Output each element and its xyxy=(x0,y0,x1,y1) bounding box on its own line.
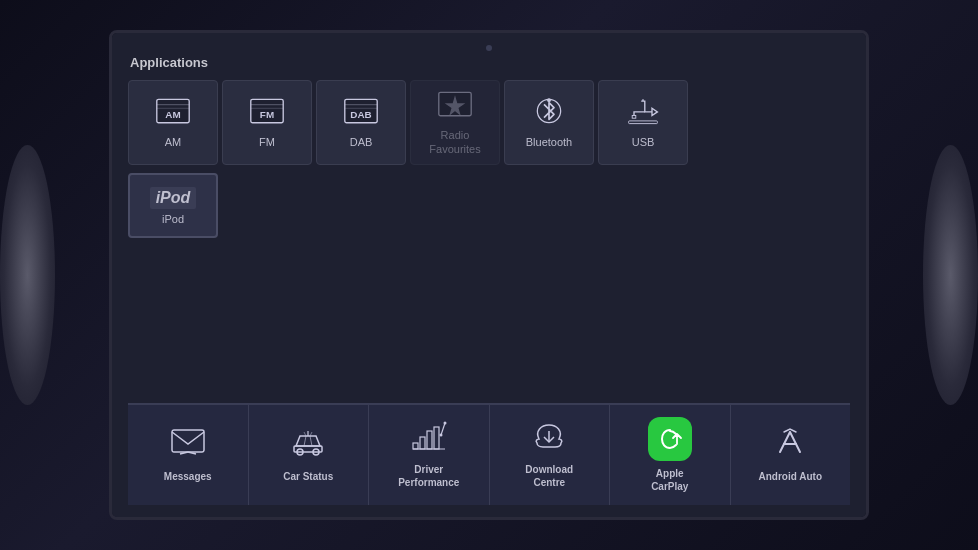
top-dot xyxy=(486,45,492,51)
download-centre-icon xyxy=(531,421,567,457)
bottom-tile-messages[interactable]: Messages xyxy=(128,405,249,505)
ipod-icon: iPod xyxy=(150,187,197,209)
app-tile-am[interactable]: AM AM xyxy=(128,80,218,165)
top-grid: AM AM FM FM xyxy=(128,80,850,165)
messages-icon xyxy=(170,428,206,464)
car-status-label: Car Status xyxy=(283,470,333,483)
messages-label: Messages xyxy=(164,470,212,483)
fm-label: FM xyxy=(259,136,275,149)
bottom-bar: Messages xyxy=(128,403,850,505)
apple-carplay-icon xyxy=(648,417,692,461)
app-tile-usb[interactable]: USB xyxy=(598,80,688,165)
app-tile-dab[interactable]: DAB DAB xyxy=(316,80,406,165)
svg-rect-16 xyxy=(632,115,636,118)
am-label: AM xyxy=(165,136,182,149)
fm-icon: FM xyxy=(249,96,285,130)
android-auto-label: Android Auto xyxy=(758,470,822,483)
apple-carplay-label: AppleCarPlay xyxy=(651,467,688,493)
screen-inner: Applications AM AM xyxy=(112,33,866,517)
radio-favourites-label: RadioFavourites xyxy=(429,129,480,155)
svg-text:DAB: DAB xyxy=(350,109,371,120)
svg-text:AM: AM xyxy=(165,109,180,120)
android-auto-icon xyxy=(772,428,808,464)
app-tile-fm[interactable]: FM FM xyxy=(222,80,312,165)
bottom-tile-download-centre[interactable]: DownloadCentre xyxy=(490,405,611,505)
svg-text:FM: FM xyxy=(260,109,274,120)
svg-rect-28 xyxy=(427,431,432,449)
svg-point-32 xyxy=(439,434,442,437)
svg-rect-18 xyxy=(629,121,658,124)
driver-performance-label: DriverPerformance xyxy=(398,463,459,489)
download-centre-label: DownloadCentre xyxy=(525,463,573,489)
am-icon: AM xyxy=(155,96,191,130)
outer-frame: Applications AM AM xyxy=(0,0,978,550)
dab-label: DAB xyxy=(350,136,373,149)
svg-rect-26 xyxy=(413,443,418,449)
app-tile-bluetooth[interactable]: Bluetooth xyxy=(504,80,594,165)
svg-point-15 xyxy=(548,99,551,102)
bluetooth-label: Bluetooth xyxy=(526,136,572,149)
section-title: Applications xyxy=(128,55,850,70)
bottom-tile-android-auto[interactable]: Android Auto xyxy=(731,405,851,505)
app-tile-ipod[interactable]: iPod iPod xyxy=(128,173,218,238)
radio-favourites-icon xyxy=(437,89,473,123)
ipod-row: iPod iPod xyxy=(128,173,850,238)
bluetooth-icon xyxy=(531,96,567,130)
usb-label: USB xyxy=(632,136,655,149)
app-tile-radio-favourites[interactable]: RadioFavourites xyxy=(410,80,500,165)
svg-rect-19 xyxy=(172,430,204,452)
svg-line-30 xyxy=(441,423,445,435)
svg-rect-27 xyxy=(420,437,425,449)
dab-icon: DAB xyxy=(343,96,379,130)
bottom-tile-driver-performance[interactable]: DriverPerformance xyxy=(369,405,490,505)
car-status-icon xyxy=(290,428,326,464)
svg-point-31 xyxy=(443,422,446,425)
svg-rect-29 xyxy=(434,427,439,449)
driver-performance-icon xyxy=(411,421,447,457)
ipod-label: iPod xyxy=(162,213,184,225)
bottom-tile-car-status[interactable]: Car Status xyxy=(249,405,370,505)
usb-icon xyxy=(625,96,661,130)
bottom-tile-apple-carplay[interactable]: AppleCarPlay xyxy=(610,405,731,505)
screen-container: Applications AM AM xyxy=(109,30,869,520)
